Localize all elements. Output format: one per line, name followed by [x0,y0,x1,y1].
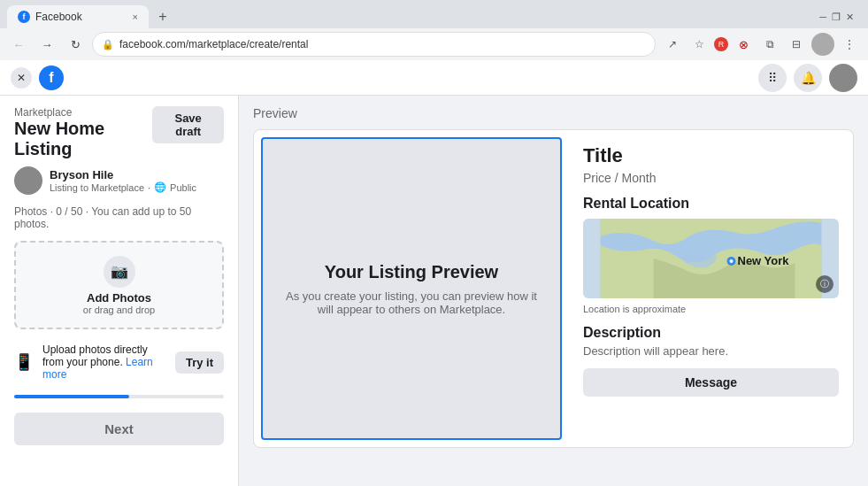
next-button[interactable]: Next [14,413,224,445]
upload-text: Upload photos directly from your phone. … [42,343,166,381]
user-name: Bryson Hile [50,168,196,181]
browser-chrome: f Facebook × + ─ ❐ ✕ ← → ↻ 🔒 facebook.co… [0,0,868,60]
progress-bar-fill [14,395,129,398]
listing-preview-heading: Your Listing Preview [325,262,498,282]
fb-close-button[interactable]: ✕ [11,67,32,89]
add-photos-label: Add Photos [87,291,151,305]
try-it-button[interactable]: Try it [175,351,224,374]
user-avatar-header[interactable] [829,64,857,92]
sidebar: Marketplace New Home Listing Save draft … [0,96,239,486]
preview-label: Preview [253,106,854,120]
split-view-icon[interactable]: ⊟ [785,33,808,56]
sidebar-title-block: Marketplace New Home Listing [14,106,152,159]
close-window-button[interactable]: ✕ [846,12,854,23]
message-button[interactable]: Message [583,368,839,397]
restore-button[interactable]: ❐ [832,12,841,23]
tab-favicon: f [18,11,30,23]
forward-button[interactable]: → [35,33,58,56]
new-tab-button[interactable]: + [152,6,173,27]
adblock-icon[interactable]: ⊗ [732,33,755,56]
user-profile-icon[interactable] [811,33,834,56]
main-content: Marketplace New Home Listing Save draft … [0,96,868,486]
map-container: New York ⓘ [583,219,839,298]
address-bar[interactable]: 🔒 facebook.com/marketplace/create/rental [92,32,656,57]
header-left: ✕ f [11,66,64,90]
user-info: Bryson Hile Listing to Marketplace · 🌐 P… [50,168,196,193]
listing-title: New Home Listing [14,119,152,159]
plus-icon: 📷 [111,263,128,280]
lock-icon: 🔒 [102,39,114,50]
listing-price-preview: Price / Month [583,171,839,185]
upload-phone-row: 📱 Upload photos directly from your phone… [0,336,238,388]
fb-header: ✕ f ⠿ 🔔 [0,60,868,96]
browser-toolbar: ← → ↻ 🔒 facebook.com/marketplace/create/… [0,28,868,60]
listing-info: Title Price / Month Rental Location [569,130,853,447]
globe-icon: · [148,182,150,193]
grid-menu-icon[interactable]: ⠿ [758,64,787,92]
listing-to-text: Listing to Marketplace [50,182,144,193]
browser-actions: ↗ ☆ R ⊗ ⧉ ⊟ ⋮ [661,33,861,56]
user-meta: Listing to Marketplace · 🌐 Public [50,181,196,193]
tab-bar: f Facebook × + ─ ❐ ✕ [0,0,868,28]
photo-upload-area[interactable]: 📷 Add Photos or drag and drop [14,241,224,329]
svg-point-3 [730,259,734,263]
close-tab-button[interactable]: × [133,12,138,22]
preview-area: Preview Your Listing Preview As you crea… [239,96,868,486]
progress-bar-container [14,395,224,398]
visibility-icon: 🌐 [154,181,166,193]
extensions-icon[interactable]: R [714,37,728,51]
sidebar-header: Marketplace New Home Listing Save draft [0,96,238,159]
map-svg: New York [583,219,839,298]
tab-title: Facebook [35,11,127,23]
location-approx-text: Location is approximate [583,304,839,314]
description-section-label: Description [583,325,839,341]
svg-text:New York: New York [738,254,790,267]
save-draft-button[interactable]: Save draft [152,106,224,143]
fb-logo: f [39,66,64,90]
url-text: facebook.com/marketplace/create/rental [119,38,308,50]
photos-label: Photos · 0 / 50 · You can add up to 50 p… [0,202,238,234]
menu-button[interactable]: ⋮ [838,33,861,56]
marketplace-label: Marketplace [14,106,152,119]
visibility-text: Public [170,182,196,193]
preview-card: Your Listing Preview As you create your … [253,129,854,448]
share-icon[interactable]: ↗ [661,33,684,56]
user-row: Bryson Hile Listing to Marketplace · 🌐 P… [0,159,238,202]
listing-title-preview: Title [583,144,839,167]
header-right: ⠿ 🔔 [758,64,857,92]
location-section-label: Rental Location [583,196,839,212]
user-avatar-sidebar [14,166,42,195]
notifications-icon[interactable]: 🔔 [794,64,822,92]
facebook-app: ✕ f ⠿ 🔔 Marketplace New Home Listing Sav… [0,60,868,486]
extensions-btn[interactable]: ⧉ [758,33,781,56]
add-photo-icon: 📷 [104,256,135,288]
back-button[interactable]: ← [7,33,30,56]
active-tab[interactable]: f Facebook × [7,5,149,28]
map-location-button[interactable]: ⓘ [816,275,833,293]
listing-preview-subtitle: As you create your listing, you can prev… [280,289,542,316]
description-text-preview: Description will appear here. [583,344,839,358]
drag-drop-label: or drag and drop [83,305,155,315]
minimize-button[interactable]: ─ [819,12,826,22]
bookmark-icon[interactable]: ☆ [687,33,711,56]
phone-icon: 📱 [14,352,34,372]
refresh-button[interactable]: ↻ [64,33,87,56]
listing-image-area: Your Listing Preview As you create your … [261,137,562,440]
